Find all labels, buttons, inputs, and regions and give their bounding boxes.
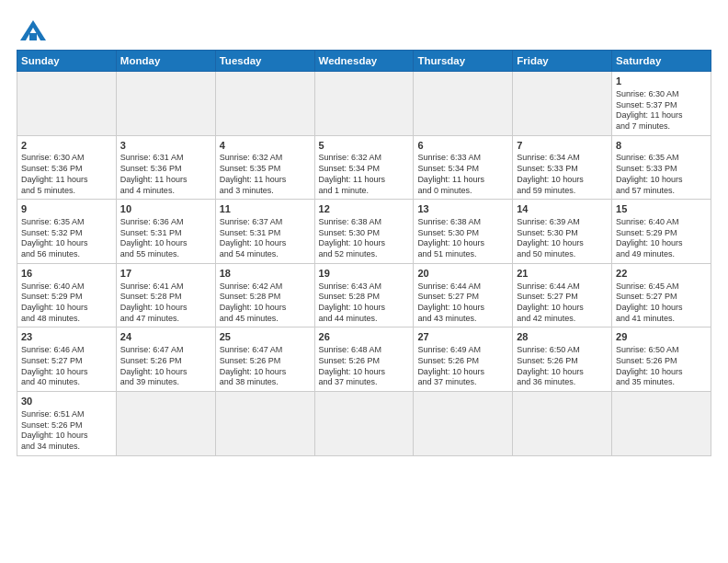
calendar-cell: 11Sunrise: 6:37 AM Sunset: 5:31 PM Dayli… [215,200,314,264]
calendar-cell: 28Sunrise: 6:50 AM Sunset: 5:26 PM Dayli… [513,327,612,392]
calendar-cell [116,72,215,136]
header [17,17,711,40]
day-number: 27 [417,330,508,344]
calendar-cell: 27Sunrise: 6:49 AM Sunset: 5:26 PM Dayli… [414,327,513,392]
calendar-cell: 8Sunrise: 6:35 AM Sunset: 5:33 PM Daylig… [612,135,711,200]
calendar-cell [513,391,612,455]
calendar-cell [314,72,414,136]
calendar-cell: 16Sunrise: 6:40 AM Sunset: 5:29 PM Dayli… [17,263,117,327]
calendar-cell: 3Sunrise: 6:31 AM Sunset: 5:36 PM Daylig… [116,135,215,200]
cell-content: Sunrise: 6:40 AM Sunset: 5:29 PM Dayligh… [616,217,707,260]
calendar-cell: 19Sunrise: 6:43 AM Sunset: 5:28 PM Dayli… [314,263,414,327]
calendar-cell [116,391,215,455]
calendar-week-1: 2Sunrise: 6:30 AM Sunset: 5:36 PM Daylig… [17,135,711,200]
cell-content: Sunrise: 6:37 AM Sunset: 5:31 PM Dayligh… [220,217,311,260]
day-number: 2 [21,139,112,153]
day-number: 9 [21,202,112,216]
cell-content: Sunrise: 6:47 AM Sunset: 5:26 PM Dayligh… [120,345,211,388]
cell-content: Sunrise: 6:36 AM Sunset: 5:31 PM Dayligh… [120,217,211,260]
cell-content: Sunrise: 6:46 AM Sunset: 5:27 PM Dayligh… [21,345,112,388]
day-header-friday: Friday [513,51,612,72]
calendar-header-row: SundayMondayTuesdayWednesdayThursdayFrid… [17,51,711,72]
calendar-week-3: 16Sunrise: 6:40 AM Sunset: 5:29 PM Dayli… [17,263,711,327]
calendar-cell: 7Sunrise: 6:34 AM Sunset: 5:33 PM Daylig… [513,135,612,200]
calendar-cell: 10Sunrise: 6:36 AM Sunset: 5:31 PM Dayli… [116,200,215,264]
day-number: 12 [319,202,410,216]
day-number: 14 [517,202,608,216]
calendar-cell: 14Sunrise: 6:39 AM Sunset: 5:30 PM Dayli… [513,200,612,264]
cell-content: Sunrise: 6:39 AM Sunset: 5:30 PM Dayligh… [517,217,608,260]
day-number: 11 [220,202,311,216]
day-header-monday: Monday [116,51,215,72]
day-number: 28 [517,330,608,344]
day-number: 29 [616,330,707,344]
day-number: 30 [21,395,112,408]
day-number: 15 [616,202,707,216]
cell-content: Sunrise: 6:50 AM Sunset: 5:26 PM Dayligh… [616,345,707,388]
calendar-cell: 17Sunrise: 6:41 AM Sunset: 5:28 PM Dayli… [116,263,215,327]
day-number: 20 [417,267,508,281]
calendar-cell: 29Sunrise: 6:50 AM Sunset: 5:26 PM Dayli… [612,327,711,392]
cell-content: Sunrise: 6:38 AM Sunset: 5:30 PM Dayligh… [417,217,508,260]
calendar-cell [215,391,314,455]
day-number: 8 [616,139,707,153]
cell-content: Sunrise: 6:31 AM Sunset: 5:36 PM Dayligh… [120,153,211,196]
cell-content: Sunrise: 6:40 AM Sunset: 5:29 PM Dayligh… [21,282,112,325]
day-number: 13 [417,202,508,216]
day-number: 18 [220,267,311,281]
cell-content: Sunrise: 6:45 AM Sunset: 5:27 PM Dayligh… [616,282,707,325]
calendar-cell [17,72,117,136]
calendar-cell: 30Sunrise: 6:51 AM Sunset: 5:26 PM Dayli… [17,391,117,455]
day-number: 17 [120,267,211,281]
calendar-cell: 26Sunrise: 6:48 AM Sunset: 5:26 PM Dayli… [314,327,414,392]
cell-content: Sunrise: 6:33 AM Sunset: 5:34 PM Dayligh… [417,153,508,196]
calendar-cell: 18Sunrise: 6:42 AM Sunset: 5:28 PM Dayli… [215,263,314,327]
calendar-cell: 12Sunrise: 6:38 AM Sunset: 5:30 PM Dayli… [314,200,414,264]
day-number: 3 [120,139,211,153]
day-number: 1 [616,75,707,88]
day-number: 16 [21,267,112,281]
day-header-sunday: Sunday [17,51,117,72]
calendar-cell: 25Sunrise: 6:47 AM Sunset: 5:26 PM Dayli… [215,327,314,392]
day-header-saturday: Saturday [612,51,711,72]
cell-content: Sunrise: 6:44 AM Sunset: 5:27 PM Dayligh… [417,282,508,325]
cell-content: Sunrise: 6:51 AM Sunset: 5:26 PM Dayligh… [21,409,112,453]
calendar-cell [414,391,513,455]
calendar-cell: 9Sunrise: 6:35 AM Sunset: 5:32 PM Daylig… [17,200,117,264]
cell-content: Sunrise: 6:32 AM Sunset: 5:34 PM Dayligh… [319,153,410,196]
day-number: 25 [220,330,311,344]
cell-content: Sunrise: 6:48 AM Sunset: 5:26 PM Dayligh… [319,345,410,388]
calendar-cell [414,72,513,136]
day-number: 22 [616,267,707,281]
cell-content: Sunrise: 6:38 AM Sunset: 5:30 PM Dayligh… [319,217,410,260]
calendar-cell [215,72,314,136]
calendar-week-0: 1Sunrise: 6:30 AM Sunset: 5:37 PM Daylig… [17,72,711,136]
calendar-cell: 6Sunrise: 6:33 AM Sunset: 5:34 PM Daylig… [414,135,513,200]
day-header-wednesday: Wednesday [314,51,414,72]
day-number: 7 [517,139,608,153]
calendar-cell: 15Sunrise: 6:40 AM Sunset: 5:29 PM Dayli… [612,200,711,264]
calendar-week-5: 30Sunrise: 6:51 AM Sunset: 5:26 PM Dayli… [17,391,711,455]
cell-content: Sunrise: 6:47 AM Sunset: 5:26 PM Dayligh… [220,345,311,388]
day-header-tuesday: Tuesday [215,51,314,72]
logo-icon [20,20,46,40]
cell-content: Sunrise: 6:41 AM Sunset: 5:28 PM Dayligh… [120,282,211,325]
calendar-week-2: 9Sunrise: 6:35 AM Sunset: 5:32 PM Daylig… [17,200,711,264]
calendar-cell: 1Sunrise: 6:30 AM Sunset: 5:37 PM Daylig… [612,72,711,136]
cell-content: Sunrise: 6:32 AM Sunset: 5:35 PM Dayligh… [220,153,311,196]
cell-content: Sunrise: 6:50 AM Sunset: 5:26 PM Dayligh… [517,345,608,388]
calendar-cell: 13Sunrise: 6:38 AM Sunset: 5:30 PM Dayli… [414,200,513,264]
calendar-cell [314,391,414,455]
cell-content: Sunrise: 6:43 AM Sunset: 5:28 PM Dayligh… [319,282,410,325]
day-number: 19 [319,267,410,281]
calendar: SundayMondayTuesdayWednesdayThursdayFrid… [17,50,711,456]
day-number: 26 [319,330,410,344]
cell-content: Sunrise: 6:35 AM Sunset: 5:32 PM Dayligh… [21,217,112,260]
page: SundayMondayTuesdayWednesdayThursdayFrid… [0,0,728,563]
cell-content: Sunrise: 6:30 AM Sunset: 5:37 PM Dayligh… [616,89,707,132]
day-number: 21 [517,267,608,281]
day-number: 5 [319,139,410,153]
day-number: 23 [21,330,112,344]
calendar-week-4: 23Sunrise: 6:46 AM Sunset: 5:27 PM Dayli… [17,327,711,392]
cell-content: Sunrise: 6:30 AM Sunset: 5:36 PM Dayligh… [21,153,112,196]
